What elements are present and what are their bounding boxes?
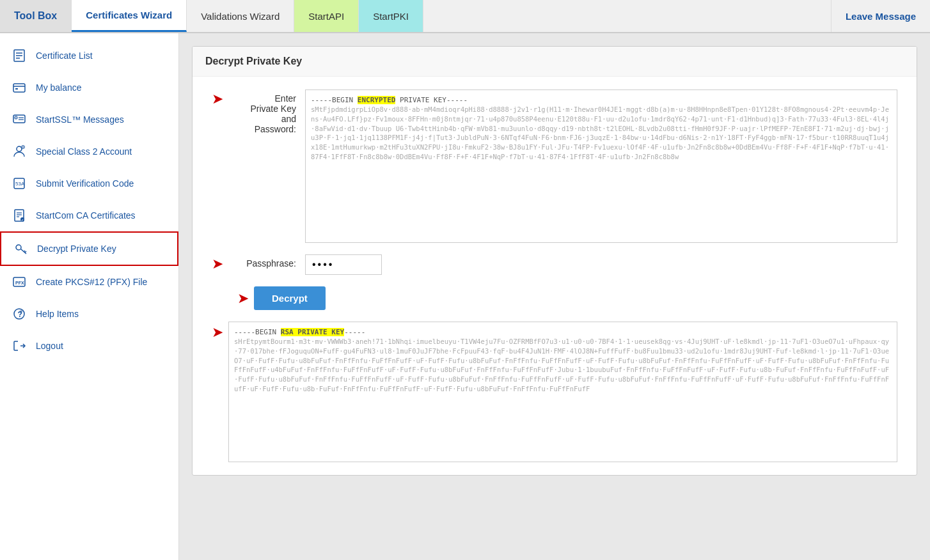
create-pkcs12-label: Create PKCS#12 (PFX) File: [36, 277, 147, 287]
sidebar-item-submit-verification[interactable]: 53A Submit Verification Code: [0, 167, 178, 199]
passphrase-field: [305, 254, 897, 275]
logout-label: Logout: [36, 341, 63, 351]
private-key-label: EnterPrivate KeyandPassword:: [228, 89, 305, 134]
nav-tab-leave-message[interactable]: Leave Message: [831, 0, 930, 32]
decrypt-arrow-indicator: ➤: [237, 292, 249, 306]
sidebar: Certificate List My balance: [0, 33, 179, 560]
svg-text:✓: ✓: [21, 218, 24, 222]
top-navigation: Tool Box Certificates Wizard Validations…: [0, 0, 930, 33]
output-field: -----BEGIN RSA PRIVATE KEY-----sHrEtpymt…: [228, 322, 897, 462]
sidebar-item-startcom-ca[interactable]: ✓ StartCom CA Certificates: [0, 199, 178, 231]
svg-line-26: [24, 251, 25, 252]
output-textarea[interactable]: -----BEGIN RSA PRIVATE KEY-----sHrEtpymt…: [228, 322, 897, 462]
private-key-input-row: ➤ EnterPrivate KeyandPassword: -----BEGI…: [212, 89, 897, 243]
passphrase-row: ➤ Passphrase:: [212, 254, 897, 275]
submit-verification-icon: 53A: [10, 175, 28, 192]
passphrase-input[interactable]: [305, 254, 382, 275]
nav-tab-startapi[interactable]: StartAPI: [294, 0, 359, 32]
decrypt-private-key-label: Decrypt Private Key: [37, 244, 116, 254]
passphrase-label: Passphrase:: [228, 254, 305, 268]
output-row: ➤ -----BEGIN RSA PRIVATE KEY-----sHrEtpy…: [212, 322, 897, 462]
sidebar-item-special-class[interactable]: Special Class 2 Account: [0, 136, 178, 167]
panel-body: ➤ EnterPrivate KeyandPassword: -----BEGI…: [193, 77, 917, 475]
sidebar-item-my-balance[interactable]: My balance: [0, 72, 178, 104]
help-icon: ?: [10, 305, 28, 323]
passphrase-arrow-indicator: ➤: [212, 257, 223, 271]
svg-rect-4: [13, 84, 25, 92]
private-key-textarea[interactable]: -----BEGIN ENCRYPTED PRIVATE KEY-----sMt…: [305, 89, 897, 243]
main-layout: Certificate List My balance: [0, 33, 930, 560]
main-content: Decrypt Private Key ➤ EnterPrivate Keyan…: [179, 33, 930, 560]
svg-line-27: [25, 251, 26, 253]
special-class-icon: [10, 143, 28, 160]
my-balance-label: My balance: [36, 82, 82, 93]
sidebar-item-certificate-list[interactable]: Certificate List: [0, 40, 178, 72]
sidebar-item-create-pkcs12[interactable]: PFX Create PKCS#12 (PFX) File: [0, 266, 178, 298]
panel-title: Decrypt Private Key: [193, 47, 917, 77]
sidebar-item-logout[interactable]: Logout: [0, 330, 178, 362]
messages-icon: [10, 111, 28, 128]
certificate-list-label: Certificate List: [36, 51, 93, 61]
svg-rect-6: [15, 88, 18, 89]
svg-rect-9: [15, 116, 17, 119]
startssl-messages-label: StartSSL™ Messages: [36, 114, 124, 125]
startcom-ca-label: StartCom CA Certificates: [36, 210, 136, 221]
svg-point-12: [17, 146, 22, 152]
content-panel: Decrypt Private Key ➤ EnterPrivate Keyan…: [192, 46, 917, 476]
nav-tab-validations-wizard[interactable]: Validations Wizard: [187, 0, 294, 32]
nav-tab-startpki[interactable]: StartPKI: [359, 0, 423, 32]
input-arrow-indicator: ➤: [212, 92, 223, 106]
decrypt-button[interactable]: Decrypt: [254, 286, 326, 310]
logout-icon: [10, 337, 28, 355]
svg-point-24: [16, 245, 21, 250]
decrypt-button-row: ➤ Decrypt: [212, 286, 897, 310]
help-items-label: Help Items: [36, 309, 79, 319]
sidebar-item-startssl-messages[interactable]: StartSSL™ Messages: [0, 104, 178, 136]
decrypt-key-icon: [12, 240, 29, 258]
certificate-list-icon: [10, 47, 28, 65]
special-class-label: Special Class 2 Account: [36, 146, 132, 157]
svg-text:PFX: PFX: [15, 281, 24, 285]
my-balance-icon: [10, 79, 28, 97]
startcom-ca-icon: ✓: [10, 206, 28, 224]
private-key-field: -----BEGIN ENCRYPTED PRIVATE KEY-----sMt…: [305, 89, 897, 243]
sidebar-item-decrypt-private-key[interactable]: Decrypt Private Key: [0, 231, 178, 266]
nav-tab-toolbox[interactable]: Tool Box: [0, 0, 72, 32]
create-pkcs12-icon: PFX: [10, 273, 28, 291]
sidebar-item-help-items[interactable]: ? Help Items: [0, 298, 178, 330]
output-arrow-indicator: ➤: [212, 325, 223, 339]
svg-text:53A: 53A: [15, 181, 25, 187]
nav-tab-certificates-wizard[interactable]: Certificates Wizard: [72, 0, 187, 32]
submit-verification-label: Submit Verification Code: [36, 178, 134, 189]
